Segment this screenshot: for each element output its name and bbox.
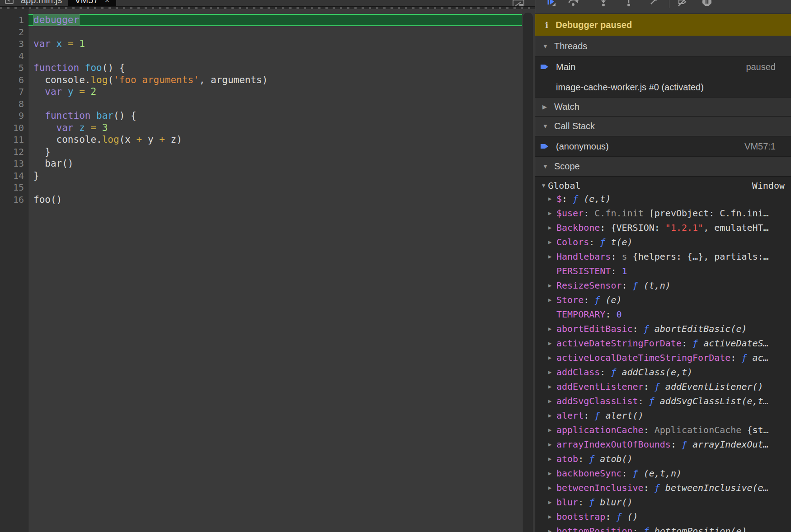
threads-section-header[interactable]: ▼ Threads: [535, 36, 791, 57]
code-line[interactable]: 15: [0, 182, 522, 194]
expand-triangle-icon[interactable]: ▶: [548, 253, 556, 260]
code-line[interactable]: 9 function bar() {: [0, 110, 522, 122]
expand-triangle-icon[interactable]: ▶: [548, 456, 556, 462]
scope-variable-row[interactable]: ▶blur: ƒ blur(): [535, 495, 791, 509]
step-icon[interactable]: [649, 0, 659, 7]
expand-triangle-icon[interactable]: ▶: [548, 470, 556, 476]
code-line[interactable]: 3var x = 1: [0, 38, 522, 50]
dock-source-icon[interactable]: [512, 0, 526, 6]
scope-variable-row[interactable]: ▶arrayIndexOutOfBounds: ƒ arrayIndexOut…: [535, 437, 791, 452]
call-stack-section-header[interactable]: ▼ Call Stack: [535, 117, 791, 136]
deactivate-breakpoints-icon[interactable]: [677, 0, 687, 7]
line-number[interactable]: 1: [0, 14, 28, 26]
code-line[interactable]: 8: [0, 98, 522, 110]
expand-triangle-icon[interactable]: ▶: [548, 369, 556, 375]
expand-triangle-icon[interactable]: ▶: [548, 282, 556, 289]
code-line[interactable]: 4: [0, 50, 522, 62]
line-number[interactable]: 3: [0, 38, 28, 50]
expand-triangle-icon[interactable]: ▶: [548, 383, 556, 390]
line-number[interactable]: 12: [0, 146, 28, 158]
scope-variable-row[interactable]: ▶Backbone: {VERSION: "1.2.1", emulateHT…: [535, 220, 791, 235]
expand-triangle-icon[interactable]: ▶: [548, 210, 556, 216]
thread-row[interactable]: Mainpaused: [535, 57, 791, 77]
navigator-toggle-icon[interactable]: [5, 0, 14, 5]
code-line[interactable]: 5function foo() {: [0, 62, 522, 74]
expand-triangle-icon[interactable]: ▶: [548, 297, 556, 303]
expand-triangle-icon[interactable]: ▶: [548, 224, 556, 231]
scope-variable-row[interactable]: ▶addEventListener: ƒ addEventListener(): [535, 379, 791, 394]
code-line[interactable]: 16foo(): [0, 194, 522, 206]
code-line[interactable]: 11 console.log(x + y + z): [0, 134, 522, 146]
scope-variable-row[interactable]: ▶Handlebars: s {helpers: {…}, partials:…: [535, 249, 791, 264]
line-number[interactable]: 7: [0, 86, 28, 98]
scope-variable-row[interactable]: ▶addSvgClassList: ƒ addSvgClassList(e,t…: [535, 394, 791, 408]
expand-triangle-icon[interactable]: ▶: [548, 528, 556, 532]
scrollbar-thumb[interactable]: [523, 13, 533, 532]
scope-variable-row[interactable]: ▶Colors: ƒ t(e): [535, 235, 791, 249]
code-line[interactable]: 10 var z = 3: [0, 122, 522, 134]
scope-variable-row[interactable]: ▶activeDateStringForDate: ƒ activeDateS…: [535, 336, 791, 350]
line-number[interactable]: 9: [0, 110, 28, 122]
watch-section-header[interactable]: ▶ Watch: [535, 98, 791, 117]
line-number[interactable]: 8: [0, 98, 28, 110]
scope-variable-row[interactable]: ▶activeLocalDateTimeStringForDate: ƒ ac…: [535, 350, 791, 365]
expand-triangle-icon[interactable]: ▶: [548, 355, 556, 361]
scope-variable-row[interactable]: ▶$: ƒ (e,t): [535, 191, 791, 206]
expand-triangle-icon[interactable]: ▶: [548, 485, 556, 491]
code-line[interactable]: 13 bar(): [0, 158, 522, 170]
tab-vm57[interactable]: VM57 ×: [68, 0, 116, 6]
expand-triangle-icon[interactable]: ▶: [548, 239, 556, 245]
line-number[interactable]: 13: [0, 158, 28, 170]
line-number[interactable]: 6: [0, 74, 28, 86]
line-number[interactable]: 11: [0, 134, 28, 146]
expand-triangle-icon[interactable]: ▶: [548, 412, 556, 419]
expand-triangle-icon[interactable]: ▶: [548, 326, 556, 332]
code-line[interactable]: 2: [0, 26, 522, 38]
scope-variable-row[interactable]: PERSISTENT: 1: [535, 264, 791, 278]
step-into-icon[interactable]: [598, 0, 608, 7]
scope-section-header[interactable]: ▼ Scope: [535, 157, 791, 177]
line-number[interactable]: 10: [0, 122, 28, 134]
expand-triangle-icon[interactable]: ▶: [548, 427, 556, 433]
editor-scrollbar[interactable]: [522, 9, 535, 532]
line-number[interactable]: 5: [0, 62, 28, 74]
scope-variable-row[interactable]: ▶Store: ƒ (e): [535, 293, 791, 307]
expand-triangle-icon[interactable]: ▶: [548, 340, 556, 346]
line-number[interactable]: 4: [0, 50, 28, 62]
code-line[interactable]: 6 console.log('foo arguments', arguments…: [0, 74, 522, 86]
code-line[interactable]: 14}: [0, 170, 522, 182]
expand-triangle-icon[interactable]: ▶: [548, 499, 556, 505]
scope-variable-row[interactable]: ▶atob: ƒ atob(): [535, 452, 791, 466]
scope-variable-row[interactable]: ▶addClass: ƒ addClass(e,t): [535, 365, 791, 379]
expand-triangle-icon[interactable]: ▶: [548, 441, 556, 448]
scope-variable-row[interactable]: ▶backboneSync: ƒ (e,t,n): [535, 466, 791, 481]
scope-variable-row[interactable]: ▶bootstrap: ƒ (): [535, 509, 791, 524]
execution-line[interactable]: 1debugger: [0, 14, 522, 26]
expand-triangle-icon[interactable]: ▶: [548, 196, 556, 202]
close-tab-icon[interactable]: ×: [104, 0, 109, 5]
code-line[interactable]: 12 }: [0, 146, 522, 158]
step-over-icon[interactable]: [568, 0, 578, 7]
call-stack-frame[interactable]: (anonymous)VM57:1: [535, 136, 791, 157]
scope-variable-row[interactable]: ▶applicationCache: ApplicationCache {st…: [535, 423, 791, 437]
pause-on-exceptions-icon[interactable]: [702, 0, 711, 7]
scope-variable-row[interactable]: ▶bottomPosition: ƒ bottomPosition(e): [535, 524, 791, 532]
scope-variable-row[interactable]: ▶alert: ƒ alert(): [535, 408, 791, 423]
scope-variable-row[interactable]: ▶$user: C.fn.init [prevObject: C.fn.ini…: [535, 206, 791, 220]
line-number[interactable]: 16: [0, 194, 28, 206]
tab-app-min-js[interactable]: app.min.js: [14, 0, 68, 6]
line-number[interactable]: 14: [0, 170, 28, 182]
expand-triangle-icon[interactable]: ▶: [548, 513, 556, 520]
scope-variable-row[interactable]: ▶abortEditBasic: ƒ abortEditBasic(e): [535, 322, 791, 336]
scope-variable-row[interactable]: ▶ResizeSensor: ƒ (t,n): [535, 278, 791, 293]
line-number[interactable]: 15: [0, 182, 28, 194]
expand-triangle-icon[interactable]: ▶: [548, 398, 556, 404]
resume-icon[interactable]: [546, 0, 556, 7]
thread-row[interactable]: image-cache-worker.js #0 (activated): [535, 77, 791, 98]
scope-variable-row[interactable]: ▶betweenInclusive: ƒ betweenInclusive(e…: [535, 481, 791, 495]
line-number[interactable]: 2: [0, 26, 28, 38]
code-editor[interactable]: 1debugger23var x = 145function foo() {6 …: [0, 9, 522, 532]
code-line[interactable]: 7 var y = 2: [0, 86, 522, 98]
scope-variable-row[interactable]: TEMPORARY: 0: [535, 307, 791, 322]
step-out-icon[interactable]: [624, 0, 634, 7]
